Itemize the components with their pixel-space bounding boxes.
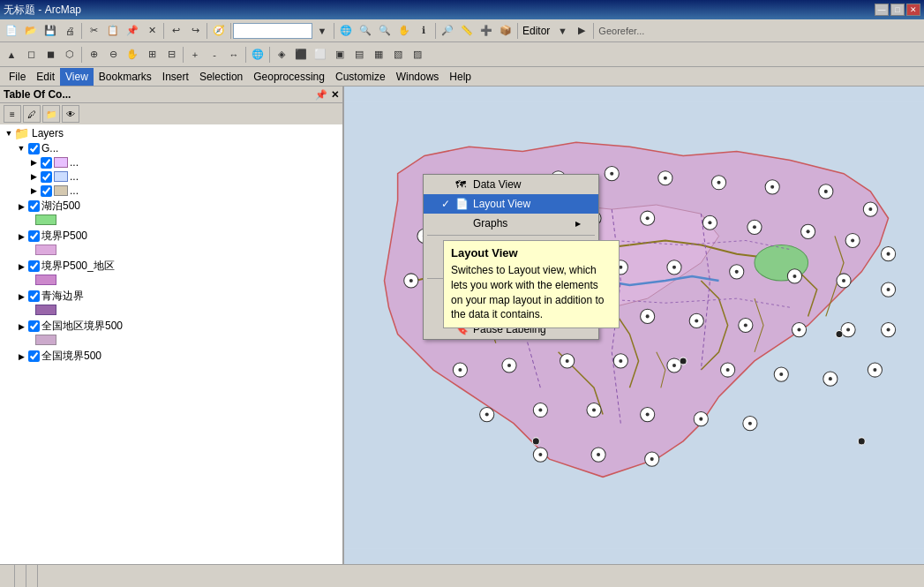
menu-file[interactable]: File bbox=[4, 68, 31, 86]
expand-qinghai[interactable]: ▶ bbox=[16, 291, 26, 302]
paste-button[interactable]: 📌 bbox=[123, 21, 142, 41]
expand-icon[interactable]: ▼ bbox=[4, 128, 14, 139]
expand-nat2[interactable]: ▶ bbox=[16, 351, 26, 362]
title-bar-buttons[interactable]: — □ ✕ bbox=[875, 4, 920, 16]
menu-help[interactable]: Help bbox=[444, 68, 477, 86]
toc-layer-sub3[interactable]: ▶ ... bbox=[25, 184, 342, 198]
expand-sub2[interactable]: ▶ bbox=[28, 171, 39, 182]
menu-insert[interactable]: Insert bbox=[157, 68, 194, 86]
open-button[interactable]: 📂 bbox=[21, 21, 41, 41]
layout-zoom-out[interactable]: - bbox=[205, 45, 224, 64]
redo-button[interactable]: ↪ bbox=[185, 21, 205, 41]
select-feature[interactable]: ◻ bbox=[21, 45, 41, 64]
toc-tab-draw[interactable]: 🖊 bbox=[23, 105, 41, 123]
select-element[interactable]: ◼ bbox=[41, 45, 60, 64]
checkbox-bp500[interactable] bbox=[28, 230, 40, 242]
extra4[interactable]: ▣ bbox=[330, 45, 349, 64]
menu-pause-drawing[interactable]: ⏸ Pause Drawing F9 bbox=[424, 300, 598, 320]
zoom-in-layout[interactable]: ⊕ bbox=[84, 45, 103, 64]
expand-lake500[interactable]: ▶ bbox=[16, 201, 26, 212]
zoom-out[interactable]: 🔍 bbox=[375, 21, 394, 41]
toc-tab-list[interactable]: ≡ bbox=[4, 105, 21, 123]
close-button[interactable]: ✕ bbox=[906, 4, 920, 16]
expand-sub1[interactable]: ▶ bbox=[28, 157, 39, 168]
menu-data-view[interactable]: 🗺 Data View bbox=[424, 175, 598, 194]
checkbox-sub1[interactable] bbox=[41, 157, 52, 169]
extra8[interactable]: ▨ bbox=[408, 45, 427, 64]
menu-customize[interactable]: Customize bbox=[330, 68, 391, 86]
toc-pin-controls[interactable]: 📌 ✕ bbox=[315, 89, 339, 101]
zoom-in[interactable]: 🔍 bbox=[356, 21, 375, 41]
select-btn[interactable]: ▲ bbox=[2, 45, 21, 64]
checkbox-lake500[interactable] bbox=[28, 200, 40, 212]
menu-pause-labeling[interactable]: 🔖 Pause Labeling bbox=[424, 320, 598, 339]
editor-dropdown[interactable]: ▼ bbox=[552, 21, 572, 41]
checkbox-qinghai[interactable] bbox=[28, 290, 40, 302]
extra7[interactable]: ▧ bbox=[388, 45, 408, 64]
toc-layer-national2[interactable]: ▶ 全国境界500 bbox=[12, 348, 342, 365]
toc-layer-sub1[interactable]: ▶ ... bbox=[25, 155, 342, 169]
extra5[interactable]: ▤ bbox=[349, 45, 369, 64]
expand-bp500r[interactable]: ▶ bbox=[16, 261, 26, 272]
view-dropdown-menu[interactable]: 🗺 Data View ✓ 📄 Layout View Gr bbox=[423, 174, 599, 340]
globe-btn[interactable]: 🌐 bbox=[248, 45, 267, 64]
menu-edit[interactable]: Edit bbox=[31, 68, 60, 86]
toc-tab-source[interactable]: 📁 bbox=[42, 105, 60, 123]
checkbox-nat500[interactable] bbox=[28, 320, 40, 332]
menu-data-frame-props[interactable]: Data Frame Properties... bbox=[424, 257, 598, 276]
new-button[interactable]: 📄 bbox=[2, 21, 21, 41]
toc-layer-sub2[interactable]: ▶ ... bbox=[25, 169, 342, 184]
expand-nat500[interactable]: ▶ bbox=[16, 321, 26, 332]
layout-pan[interactable]: ↔ bbox=[224, 45, 244, 64]
select-polygon[interactable]: ⬡ bbox=[60, 45, 79, 64]
menu-refresh[interactable]: ↻ Refresh F5 bbox=[424, 281, 598, 300]
menu-graphs[interactable]: Graphs ▶ bbox=[424, 214, 598, 233]
zoom-full[interactable]: 🌐 bbox=[336, 21, 356, 41]
scale-dropdown[interactable]: ▼ bbox=[312, 21, 332, 41]
expand-bp500[interactable]: ▶ bbox=[16, 231, 26, 242]
cut-button[interactable]: ✂ bbox=[84, 21, 103, 41]
checkbox-g[interactable] bbox=[28, 143, 40, 154]
add-data-btn[interactable]: ➕ bbox=[477, 21, 496, 41]
pan-btn[interactable]: ✋ bbox=[394, 21, 414, 41]
menu-geoprocessing[interactable]: Geoprocessing bbox=[248, 68, 330, 86]
menu-selection[interactable]: Selection bbox=[194, 68, 248, 86]
delete-button[interactable]: ✕ bbox=[142, 21, 162, 41]
measure-btn[interactable]: 📏 bbox=[457, 21, 477, 41]
arc-catalog-btn[interactable]: 📦 bbox=[496, 21, 515, 41]
toc-layer-lake500[interactable]: ▶ 湖泊500 bbox=[12, 198, 342, 214]
print-button[interactable]: 🖨 bbox=[60, 21, 79, 41]
map-canvas[interactable]: 🗺 Data View ✓ 📄 Layout View Gr bbox=[344, 87, 924, 564]
checkbox-bp500r[interactable] bbox=[28, 260, 40, 272]
menu-bookmarks[interactable]: Bookmarks bbox=[94, 68, 157, 86]
checkbox-nat2[interactable] bbox=[28, 350, 40, 362]
extra6[interactable]: ▦ bbox=[369, 45, 388, 64]
copy-button[interactable]: 📋 bbox=[103, 21, 123, 41]
scale-input[interactable]: 1:10,000,000 bbox=[233, 23, 312, 39]
extra3[interactable]: ⬜ bbox=[311, 45, 330, 64]
layout-zoom-in[interactable]: + bbox=[185, 45, 205, 64]
toc-layer-qinghai[interactable]: ▶ 青海边界 bbox=[12, 288, 342, 305]
pan-layout[interactable]: ✋ bbox=[123, 45, 142, 64]
find-btn[interactable]: 🔎 bbox=[438, 21, 457, 41]
toc-pin-icon[interactable]: 📌 bbox=[315, 89, 327, 101]
toc-tab-vis[interactable]: 👁 bbox=[62, 105, 79, 123]
toc-close-icon[interactable]: ✕ bbox=[331, 89, 339, 101]
identify-btn[interactable]: ℹ bbox=[414, 21, 433, 41]
start-editing[interactable]: ▶ bbox=[572, 21, 591, 41]
expand-g[interactable]: ▼ bbox=[16, 143, 26, 154]
toc-layers-label[interactable]: ▼ 📁 Layers bbox=[0, 125, 342, 141]
menu-layout-view[interactable]: ✓ 📄 Layout View bbox=[424, 194, 598, 214]
checkbox-sub3[interactable] bbox=[41, 185, 52, 197]
checkbox-sub2[interactable] bbox=[41, 171, 52, 183]
menu-windows[interactable]: Windows bbox=[391, 68, 445, 86]
toc-layer-bp500[interactable]: ▶ 境界P500 bbox=[12, 228, 342, 245]
page-extent[interactable]: ⊟ bbox=[162, 45, 181, 64]
extra1[interactable]: ◈ bbox=[272, 45, 291, 64]
expand-sub3[interactable]: ▶ bbox=[28, 185, 39, 196]
minimize-button[interactable]: — bbox=[875, 4, 889, 16]
extra2[interactable]: ⬛ bbox=[291, 45, 311, 64]
nav-icon[interactable]: 🧭 bbox=[209, 21, 229, 41]
zoom-out-layout[interactable]: ⊖ bbox=[103, 45, 123, 64]
undo-button[interactable]: ↩ bbox=[166, 21, 185, 41]
